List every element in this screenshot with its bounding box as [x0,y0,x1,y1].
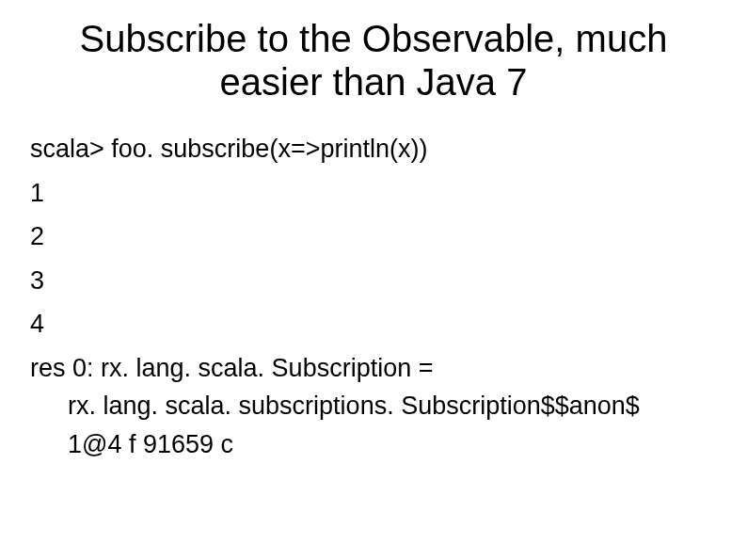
code-prompt: scala> foo. subscribe(x=>println(x)) [30,130,719,168]
output-line-2: 2 [30,217,719,256]
result-line-1: res 0: rx. lang. scala. Subscription = [30,349,719,388]
output-line-3: 3 [30,262,719,300]
result-line-3: 1@4 f 91659 c [30,425,719,464]
slide-content: scala> foo. subscribe(x=>println(x)) 1 2… [28,130,719,463]
slide-title: Subscribe to the Observable, much easier… [28,17,719,104]
result-block: res 0: rx. lang. scala. Subscription = r… [30,349,719,464]
result-line-2: rx. lang. scala. subscriptions. Subscrip… [30,387,719,425]
output-line-4: 4 [30,305,719,344]
output-line-1: 1 [30,174,719,213]
